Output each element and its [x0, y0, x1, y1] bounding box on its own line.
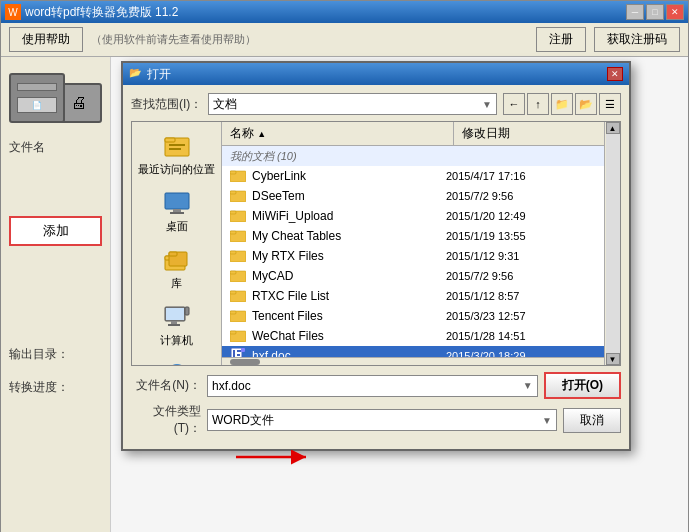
add-button[interactable]: 添加	[9, 216, 102, 246]
location-combo[interactable]: 文档 ▼	[208, 93, 497, 115]
file-item-rtxc[interactable]: RTXC File List 2015/1/12 8:57	[222, 286, 604, 306]
places-panel: 最近访问的位置 桌面	[132, 122, 222, 365]
folder-icon-rtxc	[230, 288, 246, 304]
column-name[interactable]: 名称 ▲	[222, 122, 454, 145]
file-date-mycad: 2015/7/2 9:56	[446, 270, 596, 282]
file-name-mycad: MyCAD	[252, 269, 446, 283]
filetype-combo[interactable]: WORD文件 ▼	[207, 409, 557, 431]
filename-row: 文件名(N)： hxf.doc ▼ 打开(O)	[131, 372, 621, 399]
filename-combo-arrow: ▼	[523, 380, 533, 391]
nav-buttons: ← ↑ 📁 📂 ☰	[503, 93, 621, 115]
app-left-panel: 📄 🖨 文件名 添加 输出目录： 转换进度：	[1, 57, 111, 532]
col-name-text: 名称	[230, 126, 254, 140]
svg-rect-24	[230, 191, 236, 194]
app-title: word转pdf转换器免费版 11.2	[25, 4, 626, 21]
svg-rect-22	[230, 171, 236, 174]
window-controls: ─ □ ✕	[626, 4, 684, 20]
folder-icon-myrtx	[230, 248, 246, 264]
svg-rect-26	[230, 211, 236, 214]
filename-value: hxf.doc	[212, 379, 251, 393]
svg-rect-43	[241, 348, 245, 352]
desktop-icon	[161, 189, 193, 217]
open-button[interactable]: 打开(O)	[544, 372, 621, 399]
maximize-button[interactable]: □	[646, 4, 664, 20]
file-item-mycad[interactable]: MyCAD 2015/7/2 9:56	[222, 266, 604, 286]
toolbar-info: （使用软件前请先查看使用帮助）	[91, 32, 256, 47]
place-desktop-label: 桌面	[166, 219, 188, 234]
filetype-row: 文件类型(T)： WORD文件 ▼ 取消	[131, 403, 621, 437]
svg-rect-1	[165, 138, 175, 142]
output-label: 输出目录：	[9, 346, 102, 363]
svg-rect-32	[230, 271, 236, 274]
svg-rect-13	[171, 321, 177, 324]
vertical-scrollbar[interactable]: ▲ ▼	[604, 122, 620, 365]
open-dialog: 📂 打开 ✕ 查找范围(I)： 文档 ▼ ← ↑ 📁 📂 ☰	[121, 61, 631, 451]
location-bar: 查找范围(I)： 文档 ▼ ← ↑ 📁 📂 ☰	[131, 93, 621, 115]
doc-icon-hxf	[230, 348, 246, 357]
close-button[interactable]: ✕	[666, 4, 684, 20]
file-date-myrtx: 2015/1/12 9:31	[446, 250, 596, 262]
file-name-tencent: Tencent Files	[252, 309, 446, 323]
dialog-close-button[interactable]: ✕	[607, 67, 623, 81]
dialog-body: 查找范围(I)： 文档 ▼ ← ↑ 📁 📂 ☰	[123, 85, 629, 449]
nav-folder-button[interactable]: 📁	[551, 93, 573, 115]
scroll-up-button[interactable]: ▲	[606, 122, 620, 134]
register-button[interactable]: 注册	[536, 27, 586, 52]
nav-views-button[interactable]: ☰	[599, 93, 621, 115]
place-computer-label: 计算机	[160, 333, 193, 348]
cancel-button[interactable]: 取消	[563, 408, 621, 433]
place-library-label: 库	[171, 276, 182, 291]
file-date-wechat: 2015/1/28 14:51	[446, 330, 596, 342]
place-library[interactable]: 库	[132, 240, 221, 297]
folder-icon-mycad	[230, 268, 246, 284]
file-item-mycheat[interactable]: My Cheat Tables 2015/1/19 13:55	[222, 226, 604, 246]
file-item-dseeTem[interactable]: DSeeTem 2015/7/2 9:56	[222, 186, 604, 206]
place-desktop[interactable]: 桌面	[132, 183, 221, 240]
horizontal-scrollbar[interactable]	[222, 357, 604, 365]
file-item-miwifi[interactable]: MiWiFi_Upload 2015/1/20 12:49	[222, 206, 604, 226]
svg-rect-36	[230, 311, 236, 314]
place-recent[interactable]: 最近访问的位置	[132, 126, 221, 183]
place-recent-label: 最近访问的位置	[138, 162, 215, 177]
svg-rect-5	[173, 209, 181, 212]
svg-rect-2	[169, 144, 185, 146]
file-item-hxf[interactable]: hxf.doc 2015/3/20 18:29	[222, 346, 604, 357]
svg-rect-34	[230, 291, 236, 294]
folder-icon-cyberlink	[230, 168, 246, 184]
svg-point-16	[168, 365, 186, 366]
file-date-mycheat: 2015/1/19 13:55	[446, 230, 596, 242]
svg-rect-41	[237, 350, 241, 352]
filetype-value: WORD文件	[212, 412, 274, 429]
nav-up-button[interactable]: ↑	[527, 93, 549, 115]
file-name-rtxc: RTXC File List	[252, 289, 446, 303]
location-value: 文档	[213, 96, 237, 113]
folder-group-label: 我的文档 (10)	[230, 149, 297, 164]
help-button[interactable]: 使用帮助	[9, 27, 83, 52]
file-item-myrtx[interactable]: My RTX Files 2015/1/12 9:31	[222, 246, 604, 266]
minimize-button[interactable]: ─	[626, 4, 644, 20]
file-item-tencent[interactable]: Tencent Files 2015/3/23 12:57	[222, 306, 604, 326]
file-date-cyberlink: 2015/4/17 17:16	[446, 170, 596, 182]
svg-rect-12	[166, 308, 184, 320]
scroll-down-button[interactable]: ▼	[606, 353, 620, 365]
files-list: 我的文档 (10) CyberLink 2015/4/17 17:16	[222, 146, 604, 357]
file-date-miwifi: 2015/1/20 12:49	[446, 210, 596, 222]
svg-rect-42	[237, 354, 240, 356]
app-titlebar: W word转pdf转换器免费版 11.2 ─ □ ✕	[1, 1, 688, 23]
get-code-button[interactable]: 获取注册码	[594, 27, 680, 52]
file-name-dseeTem: DSeeTem	[252, 189, 446, 203]
file-item-cyberlink[interactable]: CyberLink 2015/4/17 17:16	[222, 166, 604, 186]
file-date-tencent: 2015/3/23 12:57	[446, 310, 596, 322]
svg-rect-4	[165, 193, 189, 209]
nav-new-folder-button[interactable]: 📂	[575, 93, 597, 115]
filename-input[interactable]: hxf.doc ▼	[207, 375, 538, 397]
library-icon	[161, 246, 193, 274]
nav-back-button[interactable]: ←	[503, 93, 525, 115]
file-name-myrtx: My RTX Files	[252, 249, 446, 263]
file-name-mycheat: My Cheat Tables	[252, 229, 446, 243]
svg-rect-10	[169, 252, 177, 256]
column-date[interactable]: 修改日期	[454, 122, 604, 145]
place-network[interactable]: 网络	[132, 354, 221, 366]
file-item-wechat[interactable]: WeChat Files 2015/1/28 14:51	[222, 326, 604, 346]
place-computer[interactable]: 计算机	[132, 297, 221, 354]
